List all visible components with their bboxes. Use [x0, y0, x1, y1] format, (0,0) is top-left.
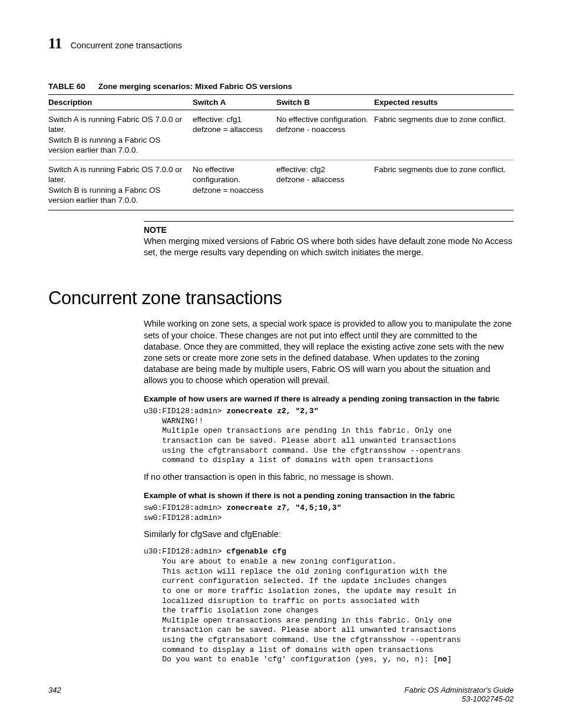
intro-paragraph: While working on zone sets, a special wo…: [144, 318, 514, 386]
code-body: You are about to enable a new zoning con…: [144, 557, 461, 664]
cell-b: effective: cfg2defzone - allaccess: [276, 160, 374, 210]
footer-doc-title: Fabric OS Administrator's Guide: [404, 686, 514, 694]
note-text: When merging mixed versions of Fabric OS…: [144, 236, 514, 258]
cell-exp: Fabric segments due to zone conflict.: [374, 110, 514, 160]
chapter-number: 11: [48, 35, 62, 52]
code-prompt: u30:FID128:admin>: [144, 407, 226, 416]
th-description: Description: [48, 95, 193, 110]
code-prompt: u30:FID128:admin>: [144, 547, 226, 556]
cell-desc: Switch A is running Fabric OS 7.0.0 or l…: [48, 160, 193, 210]
footer-page-number: 342: [48, 686, 61, 703]
table-caption: TABLE 60Zone merging scenarios: Mixed Fa…: [48, 81, 514, 91]
cell-a: effective: cfg1defzone = allaccess: [193, 110, 276, 160]
code-bold: no: [438, 655, 447, 664]
example1-heading: Example of how users are warned if there…: [144, 394, 514, 403]
example2-heading: Example of what is shown if there is not…: [144, 491, 514, 500]
example1-code: u30:FID128:admin> zonecreate z2, "2,3" W…: [144, 407, 514, 466]
chapter-title: Concurrent zone transactions: [71, 41, 182, 50]
code-prompt: sw0:FID128:admin>: [144, 503, 226, 512]
code-after: ]: [447, 655, 452, 664]
cell-a: No effective configuration.defzone = noa…: [193, 160, 276, 210]
section-heading: Concurrent zone transactions: [48, 288, 514, 309]
code-cmd: cfgenable cfg: [226, 547, 286, 556]
code-body: WARNING!! Multiple open transactions are…: [144, 417, 461, 465]
mid-paragraph: If no other transaction is open in this …: [144, 472, 514, 483]
code-line: sw0:FID128:admin>: [144, 513, 222, 522]
page-header: 11 Concurrent zone transactions: [48, 35, 514, 52]
th-switch-b: Switch B: [276, 95, 374, 110]
note-rule: [144, 221, 514, 222]
table-row: Switch A is running Fabric OS 7.0.0 or l…: [48, 110, 514, 160]
cell-b: No effective configuration.defzone - noa…: [276, 110, 374, 160]
similarly-paragraph: Similarly for cfgSave and cfgEnable:: [144, 529, 514, 540]
page-footer: 342 Fabric OS Administrator's Guide 53-1…: [48, 686, 514, 703]
code-cmd: zonecreate z2, "2,3": [226, 407, 318, 416]
note-label: NOTE: [144, 225, 514, 235]
table-row: Switch A is running Fabric OS 7.0.0 or l…: [48, 160, 514, 210]
cell-exp: Fabric segments due to zone conflict.: [374, 160, 514, 210]
scenario-table: Description Switch A Switch B Expected r…: [48, 94, 514, 210]
code-cmd: zonecreate z7, "4,5;10,3": [226, 503, 341, 512]
example3-code: u30:FID128:admin> cfgenable cfg You are …: [144, 547, 514, 665]
footer-doc-number: 53-1002745-02: [404, 694, 514, 703]
note-block: NOTE When merging mixed versions of Fabr…: [144, 221, 514, 258]
th-expected: Expected results: [374, 95, 514, 110]
example2-code: sw0:FID128:admin> zonecreate z7, "4,5;10…: [144, 503, 514, 523]
cell-desc: Switch A is running Fabric OS 7.0.0 or l…: [48, 110, 193, 160]
th-switch-a: Switch A: [193, 95, 276, 110]
table-caption-text: Zone merging scenarios: Mixed Fabric OS …: [98, 82, 292, 91]
table-label: TABLE 60: [48, 82, 85, 91]
